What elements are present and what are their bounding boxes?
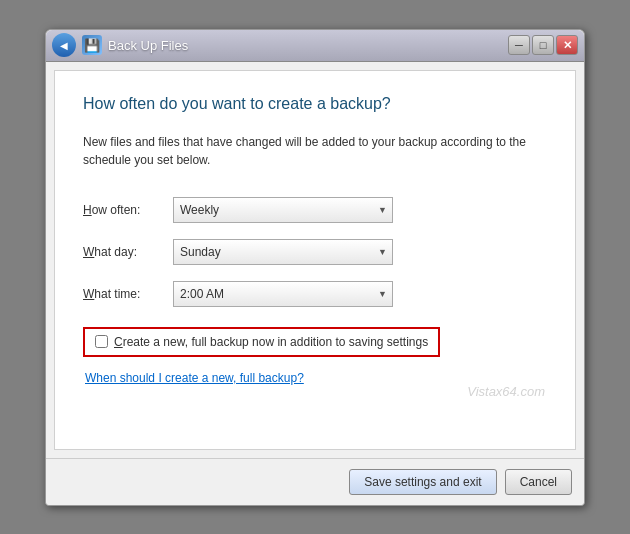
what-time-row: What time: 2:00 AM 12:00 AM 1:00 AM 3:00…	[83, 281, 547, 307]
window-footer: Save settings and exit Cancel	[46, 458, 584, 505]
what-day-row: What day: Sunday Monday Tuesday Wednesda…	[83, 239, 547, 265]
save-settings-button[interactable]: Save settings and exit	[349, 469, 496, 495]
description-text: New files and files that have changed wi…	[83, 133, 547, 169]
what-time-label: What time:	[83, 287, 173, 301]
what-day-label: What day:	[83, 245, 173, 259]
window-content: How often do you want to create a backup…	[54, 70, 576, 450]
how-often-select-wrapper: Weekly Daily Monthly	[173, 197, 393, 223]
main-window: 💾 Back Up Files ─ □ ✕ How often do you w…	[45, 29, 585, 506]
maximize-button[interactable]: □	[532, 35, 554, 55]
app-icon: 💾	[82, 35, 102, 55]
title-bar-controls: ─ □ ✕	[508, 35, 578, 55]
page-title: How often do you want to create a backup…	[83, 95, 547, 113]
what-day-select-wrapper: Sunday Monday Tuesday Wednesday Thursday…	[173, 239, 393, 265]
cancel-button[interactable]: Cancel	[505, 469, 572, 495]
watermark: Vistax64.com	[467, 384, 545, 399]
close-button[interactable]: ✕	[556, 35, 578, 55]
what-time-select-wrapper: 2:00 AM 12:00 AM 1:00 AM 3:00 AM 4:00 AM…	[173, 281, 393, 307]
how-often-row: How often: Weekly Daily Monthly	[83, 197, 547, 223]
full-backup-checkbox-label[interactable]: Create a new, full backup now in additio…	[83, 327, 440, 357]
full-backup-label: Create a new, full backup now in additio…	[114, 335, 428, 349]
full-backup-checkbox[interactable]	[95, 335, 108, 348]
minimize-button[interactable]: ─	[508, 35, 530, 55]
title-bar: 💾 Back Up Files ─ □ ✕	[46, 30, 584, 62]
how-often-select[interactable]: Weekly Daily Monthly	[173, 197, 393, 223]
help-link[interactable]: When should I create a new, full backup?	[85, 371, 547, 385]
how-often-label: How often:	[83, 203, 173, 217]
back-button[interactable]	[52, 33, 76, 57]
checkbox-section: Create a new, full backup now in additio…	[83, 327, 547, 357]
what-day-select[interactable]: Sunday Monday Tuesday Wednesday Thursday…	[173, 239, 393, 265]
title-bar-left: 💾 Back Up Files	[52, 33, 188, 57]
window-title: Back Up Files	[108, 38, 188, 53]
what-time-select[interactable]: 2:00 AM 12:00 AM 1:00 AM 3:00 AM 4:00 AM…	[173, 281, 393, 307]
